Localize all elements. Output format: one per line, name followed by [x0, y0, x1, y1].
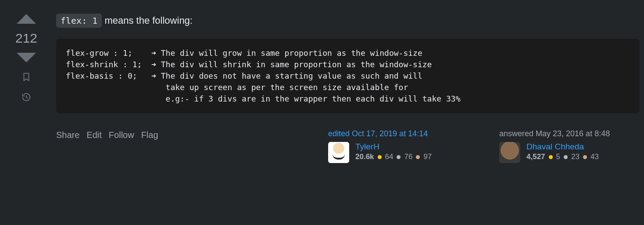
author-name[interactable]: Dhaval Chheda — [526, 142, 599, 152]
code-block: flex-grow : 1; ➜ The div will grow in sa… — [56, 39, 640, 113]
silver-badge-icon — [564, 155, 568, 159]
editor-gold-count: 64 — [385, 152, 394, 161]
post-menu: Share Edit Follow Flag — [56, 129, 158, 140]
editor-avatar[interactable] — [328, 142, 349, 163]
editor-silver-count: 76 — [404, 152, 412, 161]
editor-bronze-count: 97 — [423, 152, 432, 161]
upvote-button[interactable] — [17, 14, 36, 24]
gold-badge-icon — [378, 155, 382, 159]
vote-count: 212 — [15, 30, 37, 47]
history-button[interactable] — [21, 91, 32, 103]
author-silver-count: 23 — [571, 152, 580, 161]
author-gold-count: 5 — [556, 152, 560, 161]
answered-time: answered May 23, 2016 at 8:48 — [499, 129, 640, 138]
gold-badge-icon — [549, 155, 553, 159]
editor-signature: edited Oct 17, 2019 at 14:14 TylerH 20.6… — [328, 129, 469, 163]
intro-text: means the following: — [102, 15, 193, 26]
answer-post: 212 flex: 1 means the following: flex-gr… — [0, 0, 644, 163]
silver-badge-icon — [397, 155, 401, 159]
post-body: flex: 1 means the following: flex-grow :… — [48, 4, 640, 163]
author-signature: answered May 23, 2016 at 8:48 Dhaval Chh… — [499, 129, 640, 163]
bronze-badge-icon — [416, 155, 420, 159]
author-bronze-count: 43 — [590, 152, 599, 161]
edited-time[interactable]: edited Oct 17, 2019 at 14:14 — [328, 129, 469, 138]
intro-line: flex: 1 means the following: — [56, 15, 640, 26]
follow-link[interactable]: Follow — [109, 130, 134, 140]
post-footer: Share Edit Follow Flag edited Oct 17, 20… — [56, 129, 640, 163]
editor-rep: 20.6k — [355, 152, 374, 161]
flag-link[interactable]: Flag — [141, 130, 158, 140]
author-rep: 4,527 — [526, 152, 545, 161]
inline-code: flex: 1 — [56, 14, 102, 28]
vote-column: 212 — [4, 4, 48, 163]
bookmark-button[interactable] — [21, 71, 32, 83]
downvote-button[interactable] — [17, 53, 36, 62]
edit-link[interactable]: Edit — [86, 130, 101, 140]
editor-name[interactable]: TylerH — [355, 142, 432, 152]
author-stats: 4,527 5 23 43 — [526, 152, 599, 161]
author-avatar[interactable] — [499, 142, 520, 163]
signature-row: edited Oct 17, 2019 at 14:14 TylerH 20.6… — [328, 129, 640, 163]
editor-stats: 20.6k 64 76 97 — [355, 152, 432, 161]
bronze-badge-icon — [583, 155, 587, 159]
share-link[interactable]: Share — [56, 130, 79, 140]
